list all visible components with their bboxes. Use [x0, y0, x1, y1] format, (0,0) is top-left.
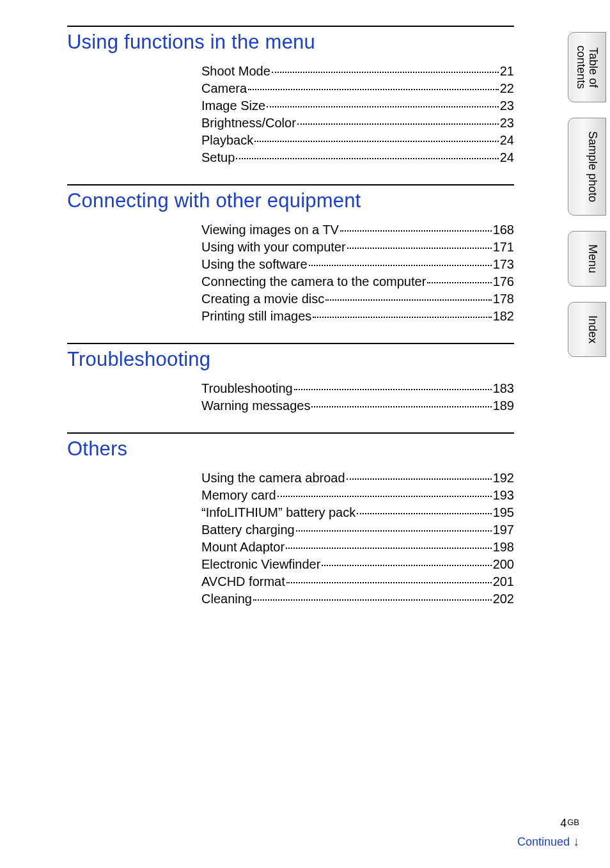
- toc-leader-dots: [347, 478, 492, 480]
- tab-sample-photo[interactable]: Sample photo: [568, 118, 606, 216]
- toc-entry[interactable]: Memory card193: [201, 488, 514, 503]
- page-footer: 4GB Continued ↓: [0, 817, 610, 849]
- toc-leader-dots: [278, 496, 492, 497]
- toc-entry-label: Mount Adaptor: [201, 540, 285, 555]
- section-rule: [67, 26, 514, 27]
- continued-indicator: Continued ↓: [0, 834, 579, 849]
- tab-label: Menu: [586, 244, 599, 273]
- toc-entry-label: Printing still images: [201, 309, 311, 324]
- toc-entry-label: Setup: [201, 150, 235, 165]
- toc-leader-dots: [272, 72, 499, 73]
- toc-entry-label: Shoot Mode: [201, 64, 270, 79]
- toc-entry-page: 21: [500, 64, 514, 79]
- toc-entry-label: Creating a movie disc: [201, 292, 324, 306]
- toc-leader-dots: [286, 582, 492, 583]
- toc-entry[interactable]: Image Size23: [201, 99, 514, 113]
- content-area: Using functions in the menuShoot Mode21C…: [0, 0, 610, 638]
- toc-entry-page: 178: [493, 292, 514, 306]
- toc-entry-page: 23: [500, 99, 514, 113]
- toc-entry[interactable]: AVCHD format201: [201, 574, 514, 589]
- toc-entry[interactable]: Cleaning202: [201, 592, 514, 606]
- toc-entry[interactable]: “InfoLITHIUM” battery pack195: [201, 505, 514, 520]
- toc-entry-page: 168: [493, 223, 514, 237]
- toc-entry-page: 189: [493, 398, 514, 413]
- side-tabs: Table of contents Sample photo Menu Inde…: [568, 32, 606, 357]
- toc-leader-dots: [357, 513, 491, 514]
- toc-entry[interactable]: Connecting the camera to the computer176: [201, 274, 514, 289]
- toc-leader-dots: [248, 89, 499, 90]
- toc-entry[interactable]: Printing still images182: [201, 309, 514, 324]
- section-title[interactable]: Troubleshooting: [67, 348, 514, 371]
- toc-entry-label: Brightness/Color: [201, 116, 296, 130]
- toc-items: Shoot Mode21Camera22Image Size23Brightne…: [201, 64, 514, 165]
- toc-leader-dots: [311, 406, 491, 407]
- tab-menu[interactable]: Menu: [568, 231, 606, 287]
- toc-entry-page: 171: [493, 240, 514, 255]
- toc-entry[interactable]: Using the software173: [201, 257, 514, 272]
- section-title[interactable]: Connecting with other equipment: [67, 189, 514, 212]
- section-rule: [67, 184, 514, 185]
- toc-entry-label: Battery charging: [201, 523, 295, 537]
- tab-index[interactable]: Index: [568, 302, 606, 357]
- toc-entry-label: Memory card: [201, 488, 276, 503]
- toc-entry-label: Using the software: [201, 257, 308, 272]
- toc-leader-dots: [267, 106, 499, 107]
- toc-items: Troubleshooting183Warning messages189: [201, 381, 514, 413]
- toc-entry-label: Image Size: [201, 99, 265, 113]
- toc-entry-page: 193: [493, 488, 514, 503]
- toc-leader-dots: [236, 158, 498, 159]
- page-number-value: 4: [560, 817, 567, 830]
- toc-entry-page: 195: [493, 505, 514, 520]
- toc-entry[interactable]: Brightness/Color23: [201, 116, 514, 130]
- toc-entry-page: 192: [493, 471, 514, 485]
- toc-entry[interactable]: Using the camera abroad192: [201, 471, 514, 485]
- toc-section: OthersUsing the camera abroad192Memory c…: [67, 432, 514, 606]
- toc-entry-label: Connecting the camera to the computer: [201, 274, 426, 289]
- toc-entry-label: Troubleshooting: [201, 381, 293, 396]
- toc-entry-label: Camera: [201, 81, 247, 96]
- tab-label: Sample photo: [586, 131, 599, 202]
- toc-entry-page: 24: [500, 150, 514, 165]
- toc-entry[interactable]: Camera22: [201, 81, 514, 96]
- section-title[interactable]: Using functions in the menu: [67, 31, 514, 54]
- toc-entry[interactable]: Setup24: [201, 150, 514, 165]
- toc-leader-dots: [286, 548, 492, 549]
- toc-entry-label: Electronic Viewfinder: [201, 557, 320, 572]
- toc-section: TroubleshootingTroubleshooting183Warning…: [67, 343, 514, 413]
- toc-entry[interactable]: Creating a movie disc178: [201, 292, 514, 306]
- toc-entry-page: 182: [493, 309, 514, 324]
- toc-entry[interactable]: Playback24: [201, 133, 514, 148]
- down-arrow-icon: ↓: [573, 834, 579, 848]
- page-number-suffix: GB: [567, 817, 579, 827]
- toc-leader-dots: [347, 248, 492, 249]
- toc-leader-dots: [253, 599, 492, 601]
- toc-leader-dots: [313, 317, 491, 318]
- toc-entry-label: Using the camera abroad: [201, 471, 345, 485]
- toc-entry-page: 176: [493, 274, 514, 289]
- continued-label: Continued: [517, 835, 570, 848]
- section-rule: [67, 343, 514, 344]
- toc-items: Using the camera abroad192Memory card193…: [201, 471, 514, 606]
- toc-entry-label: AVCHD format: [201, 574, 285, 589]
- document-page: Using functions in the menuShoot Mode21C…: [0, 0, 610, 868]
- tab-table-of-contents[interactable]: Table of contents: [568, 32, 606, 102]
- toc-entry[interactable]: Electronic Viewfinder200: [201, 557, 514, 572]
- toc-section: Connecting with other equipmentViewing i…: [67, 184, 514, 324]
- toc-leader-dots: [294, 389, 492, 390]
- toc-entry[interactable]: Troubleshooting183: [201, 381, 514, 396]
- toc-leader-dots: [296, 530, 492, 532]
- toc-entry[interactable]: Using with your computer171: [201, 240, 514, 255]
- toc-entry[interactable]: Mount Adaptor198: [201, 540, 514, 555]
- section-title[interactable]: Others: [67, 438, 514, 461]
- toc-entry-page: 183: [493, 381, 514, 396]
- toc-leader-dots: [325, 299, 491, 301]
- toc-entry-label: Playback: [201, 133, 253, 148]
- toc-entry-label: Cleaning: [201, 592, 252, 606]
- toc-entry-label: Using with your computer: [201, 240, 346, 255]
- toc-entry-page: 197: [493, 523, 514, 537]
- toc-entry[interactable]: Warning messages189: [201, 398, 514, 413]
- toc-entry[interactable]: Shoot Mode21: [201, 64, 514, 79]
- toc-entry-page: 198: [493, 540, 514, 555]
- toc-entry[interactable]: Viewing images on a TV168: [201, 223, 514, 237]
- toc-entry[interactable]: Battery charging197: [201, 523, 514, 537]
